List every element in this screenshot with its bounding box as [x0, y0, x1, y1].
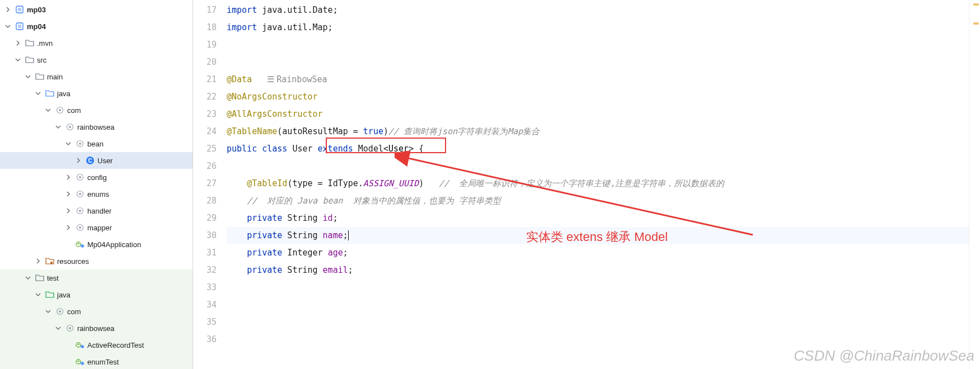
editor-right-gutter — [969, 0, 980, 369]
chevron-down-icon[interactable] — [44, 106, 53, 115]
tree-label: main — [47, 73, 63, 81]
project-tree[interactable]: mp03mp04.mvnsrcmainjavacomrainbowseabean… — [0, 0, 193, 369]
tree-label: handler — [87, 207, 111, 215]
chevron-down-icon[interactable] — [64, 139, 73, 148]
chevron-down-icon[interactable] — [54, 122, 63, 131]
line-number: 28 — [193, 192, 217, 210]
chevron-down-icon[interactable] — [34, 290, 43, 299]
tree-item-com[interactable]: com — [0, 303, 193, 320]
svg-rect-3 — [18, 25, 21, 28]
chevron-down-icon[interactable] — [34, 89, 43, 98]
line-number: 22 — [193, 88, 217, 106]
chevron-down-icon[interactable] — [13, 55, 22, 64]
package-icon — [75, 172, 85, 182]
code-line[interactable]: @TableName(autoResultMap = true)// 查询时将j… — [227, 123, 969, 140]
tree-item-mp04[interactable]: mp04 — [0, 18, 193, 35]
code-line[interactable]: public class User extends Model<User> { — [227, 140, 969, 158]
tree-item-com[interactable]: com — [0, 102, 193, 119]
tree-item-handler[interactable]: handler — [0, 202, 193, 219]
chevron-right-icon[interactable] — [34, 257, 43, 266]
folder-icon — [35, 273, 45, 283]
code-line[interactable]: @TableId(type = IdType.ASSIGN_UUID) // 全… — [227, 175, 969, 192]
tree-item-rainbowsea[interactable]: rainbowsea — [0, 119, 193, 135]
folder-icon — [25, 38, 35, 48]
tree-label: config — [87, 173, 107, 182]
chevron-right-icon[interactable] — [64, 223, 73, 232]
tree-item-resources[interactable]: resources — [0, 253, 193, 269]
tree-label: ActiveRecordTest — [87, 341, 144, 349]
chevron-right-icon[interactable] — [13, 39, 22, 48]
tree-item-main[interactable]: main — [0, 68, 193, 85]
chevron-right-icon[interactable] — [3, 5, 12, 14]
code-line[interactable]: @Data ☰RainbowSea — [227, 71, 969, 88]
code-line[interactable] — [227, 296, 969, 314]
code-line[interactable]: private Integer age; — [227, 244, 969, 262]
line-number: 34 — [193, 296, 217, 314]
chevron-right-icon[interactable] — [64, 190, 73, 198]
code-line[interactable]: private String id; — [227, 210, 969, 227]
chevron-down-icon[interactable] — [54, 324, 63, 333]
tree-label: resources — [57, 257, 89, 266]
line-number: 30 — [193, 227, 217, 244]
svg-point-13 — [79, 176, 81, 178]
tree-item-java[interactable]: java — [0, 85, 193, 102]
tree-item-src[interactable]: src — [0, 51, 193, 68]
tree-item-user[interactable]: CUser — [0, 152, 193, 169]
code-line[interactable] — [227, 314, 969, 331]
tree-item-config[interactable]: config — [0, 169, 193, 186]
code-line[interactable] — [227, 331, 969, 348]
chevron-down-icon[interactable] — [44, 307, 53, 316]
code-line[interactable] — [227, 54, 969, 71]
package-icon — [75, 223, 85, 233]
tree-item-enums[interactable]: enums — [0, 186, 193, 202]
line-number: 33 — [193, 279, 217, 296]
svg-text:C: C — [81, 362, 83, 366]
code-line[interactable]: @AllArgsConstructor — [227, 106, 969, 123]
line-number: 36 — [193, 331, 217, 348]
svg-point-15 — [79, 193, 81, 195]
tree-item-bean[interactable]: bean — [0, 135, 193, 152]
tree-item-activerecordtest[interactable]: CActiveRecordTest — [0, 337, 193, 353]
tree-item-test[interactable]: test — [0, 269, 193, 286]
tree-item-java[interactable]: java — [0, 286, 193, 303]
folder-test-icon — [45, 290, 55, 300]
tree-item-mp03[interactable]: mp03 — [0, 1, 193, 18]
code-editor[interactable]: 1718192021222324252627282930313233343536… — [193, 0, 980, 369]
tree-item-enumtest[interactable]: CenumTest — [0, 353, 193, 369]
chevron-right-icon[interactable] — [64, 206, 73, 215]
tree-label: enumTest — [87, 358, 119, 366]
code-line[interactable]: // 对应的 Java bean 对象当中的属性值，也要为 字符串类型 — [227, 192, 969, 210]
warning-marker — [973, 3, 979, 6]
tree-item-rainbowsea[interactable]: rainbowsea — [0, 320, 193, 337]
code-line[interactable]: import java.util.Map; — [227, 19, 969, 36]
chevron-down-icon[interactable] — [3, 22, 12, 31]
tree-label: test — [47, 274, 59, 282]
code-line[interactable]: @NoArgsConstructor — [227, 88, 969, 106]
module-icon — [15, 21, 25, 31]
svg-point-25 — [59, 310, 61, 313]
code-area[interactable]: 实体类 extens 继承 Model import java.util.Dat… — [227, 0, 969, 369]
chevron-right-icon[interactable] — [64, 173, 73, 182]
line-number: 21 — [193, 71, 217, 88]
tree-item-.mvn[interactable]: .mvn — [0, 35, 193, 51]
chevron-right-icon[interactable] — [74, 156, 83, 165]
svg-text:C: C — [81, 244, 83, 248]
svg-text:C: C — [81, 345, 83, 349]
tree-item-mp04application[interactable]: CMp04Application — [0, 236, 193, 253]
code-line[interactable] — [227, 158, 969, 175]
folder-src-icon — [45, 88, 55, 98]
package-icon — [75, 206, 85, 216]
code-line[interactable] — [227, 279, 969, 296]
folder-icon — [35, 72, 45, 82]
tree-item-mapper[interactable]: mapper — [0, 219, 193, 236]
chevron-down-icon[interactable] — [24, 273, 32, 282]
package-icon — [75, 139, 85, 149]
chevron-down-icon[interactable] — [24, 72, 32, 81]
line-number: 26 — [193, 158, 217, 175]
code-line[interactable]: private String email; — [227, 262, 969, 279]
code-line[interactable] — [227, 36, 969, 54]
line-number: 31 — [193, 244, 217, 262]
code-line[interactable]: private String name; — [227, 227, 969, 244]
code-line[interactable]: import java.util.Date; — [227, 2, 969, 19]
line-number: 32 — [193, 262, 217, 279]
